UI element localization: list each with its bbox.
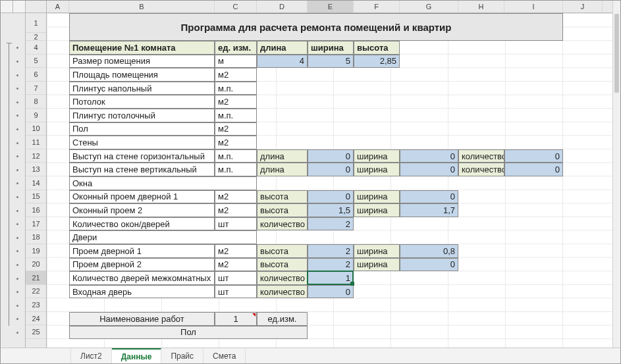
row-len[interactable]: 4: [257, 55, 308, 68]
row-hei[interactable]: 2,85: [354, 55, 400, 68]
row-header-16[interactable]: 16: [26, 203, 46, 217]
row-name[interactable]: Проем дверной 2: [69, 258, 215, 272]
row-unit[interactable]: м2: [215, 244, 257, 258]
val-qty[interactable]: 0: [504, 149, 563, 163]
val-wid[interactable]: 0: [400, 149, 458, 163]
row-name[interactable]: Выступ на стене вертикальный: [69, 163, 215, 176]
row-unit[interactable]: м2: [215, 258, 257, 272]
row-unit[interactable]: м2: [215, 190, 257, 204]
lbl-qty: количество: [257, 217, 308, 231]
row-header-17[interactable]: 17: [26, 217, 46, 231]
row-header-1[interactable]: 1: [26, 13, 46, 33]
column-header-I[interactable]: I: [504, 1, 563, 13]
val-w[interactable]: 0: [400, 258, 458, 272]
column-header-C[interactable]: C: [215, 1, 257, 13]
row-unit[interactable]: м2: [215, 68, 257, 82]
sheet-tab-0[interactable]: Лист2: [71, 348, 112, 363]
row-unit[interactable]: шт: [215, 271, 257, 285]
vertical-scrollbar[interactable]: [612, 1, 620, 348]
row-header-22[interactable]: 22: [26, 285, 46, 299]
row-name[interactable]: Пол: [69, 122, 215, 136]
val-len[interactable]: 0: [308, 149, 354, 163]
row-name[interactable]: Стены: [69, 136, 215, 149]
val-h[interactable]: 2: [308, 244, 354, 258]
row-name[interactable]: Выступ на стене горизонтальный: [69, 149, 215, 163]
outline-strip: [1, 1, 26, 348]
row-header-6[interactable]: 6: [26, 68, 46, 82]
row-header-24[interactable]: 24: [26, 312, 46, 326]
sheet-tab-2[interactable]: Прайс: [161, 348, 203, 363]
row-unit[interactable]: м.п.: [215, 163, 257, 176]
row-unit[interactable]: шт: [215, 217, 257, 231]
lbl-qty: количество: [458, 163, 504, 176]
row-header-18[interactable]: 18: [26, 230, 46, 244]
val-w[interactable]: 0,8: [400, 244, 458, 258]
row-unit[interactable]: м.п.: [215, 82, 257, 95]
row-header-11[interactable]: 11: [26, 136, 46, 149]
row-unit[interactable]: м: [215, 55, 257, 68]
column-header-J[interactable]: J: [563, 1, 603, 13]
row-name[interactable]: Плинтус напольный: [69, 82, 215, 95]
column-header-A[interactable]: A: [47, 1, 69, 13]
val-h[interactable]: 2: [308, 258, 354, 272]
val-h[interactable]: 1,5: [308, 203, 354, 217]
column-header-H[interactable]: H: [458, 1, 504, 13]
row-unit[interactable]: м.п.: [215, 149, 257, 163]
val-qty[interactable]: 0: [308, 285, 354, 299]
row-header-19[interactable]: 19: [26, 244, 46, 258]
row-header-12[interactable]: 12: [26, 149, 46, 163]
column-header-B[interactable]: B: [69, 1, 215, 13]
row-header-7[interactable]: 7: [26, 82, 46, 95]
row-unit[interactable]: шт: [215, 285, 257, 299]
outline-level-2[interactable]: [13, 1, 25, 13]
column-header-D[interactable]: D: [257, 1, 308, 13]
sheet-tab-1[interactable]: Данные: [112, 348, 162, 363]
row-header-14[interactable]: 14: [26, 176, 46, 190]
row-unit[interactable]: м2: [215, 95, 257, 109]
row-name[interactable]: Количество окон/дверей: [69, 217, 215, 231]
val-wid[interactable]: 0: [400, 163, 458, 176]
column-header-G[interactable]: G: [400, 1, 458, 13]
row-unit[interactable]: м2: [215, 203, 257, 217]
row-unit[interactable]: м2: [215, 136, 257, 149]
row-name[interactable]: Проем дверной 1: [69, 244, 215, 258]
val-w[interactable]: 0: [400, 190, 458, 204]
row-name[interactable]: Площадь помещения: [69, 68, 215, 82]
row-name[interactable]: Входная дверь: [69, 285, 215, 299]
row-header-8[interactable]: 8: [26, 95, 46, 109]
val-qty[interactable]: 2: [308, 217, 354, 231]
val-h[interactable]: 0: [308, 190, 354, 204]
row-unit[interactable]: м2: [215, 122, 257, 136]
row-header-10[interactable]: 10: [26, 122, 46, 136]
row-unit[interactable]: м.п.: [215, 109, 257, 122]
outline-level-1[interactable]: [1, 1, 13, 13]
row-name[interactable]: Потолок: [69, 95, 215, 109]
val-qty[interactable]: 1: [308, 271, 354, 285]
row-header-15[interactable]: 15: [26, 190, 46, 204]
grid-area[interactable]: Программа для расчета ремонта помещений …: [47, 13, 612, 348]
hdr-len: длина: [257, 41, 308, 55]
row-name[interactable]: Оконный проем 2: [69, 203, 215, 217]
column-header-F[interactable]: F: [354, 1, 400, 13]
column-header-E[interactable]: E: [308, 1, 354, 13]
row-name[interactable]: Плинтус потолочный: [69, 109, 215, 122]
val-w[interactable]: 1,7: [400, 203, 458, 217]
row-header-4[interactable]: 4: [26, 41, 46, 55]
row-header-2[interactable]: 2: [26, 33, 46, 41]
row-name[interactable]: Размер помещения: [69, 55, 215, 68]
sheet-tab-3[interactable]: Смета: [203, 348, 246, 363]
scrollbar-thumb[interactable]: [614, 14, 619, 93]
section-okna: Окна: [69, 176, 257, 190]
row-header-5[interactable]: 5: [26, 55, 46, 68]
val-len[interactable]: 0: [308, 163, 354, 176]
row-name[interactable]: Количество дверей межкомнатных: [69, 271, 215, 285]
row-header-20[interactable]: 20: [26, 258, 46, 272]
row-header-25[interactable]: 25: [26, 325, 46, 339]
row-name[interactable]: Оконный проем дверной 1: [69, 190, 215, 204]
row-header-23[interactable]: 23: [26, 298, 46, 312]
row-header-9[interactable]: 9: [26, 109, 46, 122]
row-header-21[interactable]: 21: [26, 271, 46, 285]
row-wid[interactable]: 5: [308, 55, 354, 68]
val-qty[interactable]: 0: [504, 163, 563, 176]
row-header-13[interactable]: 13: [26, 163, 46, 176]
